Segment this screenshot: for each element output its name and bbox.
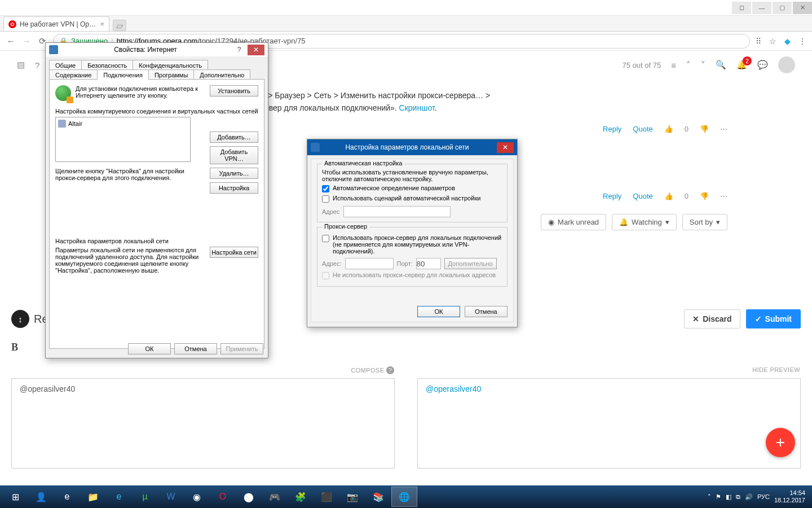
tab-content[interactable]: Содержание bbox=[49, 69, 98, 80]
taskbar-ie[interactable]: e bbox=[54, 487, 80, 507]
collapse-icon[interactable]: ↕ bbox=[11, 310, 29, 328]
maximize-button[interactable]: ▢ bbox=[773, 2, 792, 14]
tray-icon[interactable]: ◧ bbox=[726, 493, 731, 501]
taskbar-opera[interactable]: O bbox=[210, 487, 236, 507]
install-button[interactable]: Установить bbox=[210, 85, 258, 97]
discard-button[interactable]: ✕ Discard bbox=[684, 309, 740, 329]
taskbar-utorrent[interactable]: µ bbox=[132, 487, 158, 507]
add-vpn-button[interactable]: Добавить VPN… bbox=[210, 146, 258, 164]
tab-general[interactable]: Общие bbox=[49, 60, 82, 70]
taskbar-word[interactable]: W bbox=[158, 487, 184, 507]
mark-unread-button[interactable]: ◉ Mark unread bbox=[541, 214, 606, 230]
bold-button[interactable]: B bbox=[11, 341, 18, 353]
bell-icon[interactable]: 🔔2 bbox=[736, 60, 747, 70]
taskbar-app3[interactable]: 🧩 bbox=[288, 487, 314, 507]
taskbar-app[interactable]: 👤 bbox=[28, 487, 54, 507]
chevron-down-icon[interactable]: ˅ bbox=[701, 60, 705, 70]
taskbar-winrar[interactable]: 📚 bbox=[365, 487, 391, 507]
dialog-titlebar[interactable]: Настройка параметров локальной сети ✕ bbox=[307, 139, 517, 155]
compose-textarea[interactable]: COMPOSE ? @operasilver40 bbox=[11, 378, 395, 468]
chat-icon[interactable]: 💬 bbox=[757, 60, 768, 70]
sort-button[interactable]: Sort by ▾ bbox=[682, 214, 727, 230]
add-button[interactable]: Добавить… bbox=[210, 132, 258, 143]
extension-icon[interactable]: ◆ bbox=[784, 37, 791, 46]
system-tray: ˄ ⚑ ◧ ⧉ 🔊 РУС 14:5418.12.2017 bbox=[708, 489, 810, 504]
browser-tab[interactable]: O Не работает VPN | Opera × bbox=[3, 16, 109, 31]
more-icon[interactable]: ⋯ bbox=[720, 191, 727, 203]
menu-icon[interactable]: ⋮ bbox=[798, 37, 806, 46]
more-icon[interactable]: ⋯ bbox=[720, 124, 727, 135]
tab-connections[interactable]: Подключения bbox=[97, 69, 149, 80]
translate-icon[interactable]: ⠿ bbox=[756, 37, 761, 46]
taskbar-obs[interactable]: ⬤ bbox=[236, 487, 262, 507]
start-button[interactable]: ⊞ bbox=[2, 487, 28, 507]
taskbar-app4[interactable]: 📷 bbox=[339, 487, 365, 507]
dialog-titlebar[interactable]: Свойства: Интернет ? ✕ bbox=[46, 43, 268, 56]
connections-listbox[interactable]: Altair bbox=[55, 117, 191, 162]
tray-icon[interactable]: ⚑ bbox=[716, 493, 721, 501]
apply-button[interactable]: Применить bbox=[220, 343, 263, 354]
close-button[interactable]: ✕ bbox=[497, 142, 514, 153]
use-script-checkbox[interactable]: Использовать сценарий автоматической нас… bbox=[322, 195, 502, 203]
jump-top-icon[interactable]: ≡ bbox=[671, 60, 676, 70]
taskbar-app2[interactable]: 🎮 bbox=[262, 487, 288, 507]
quote-link[interactable]: Quote bbox=[633, 191, 652, 203]
tab-close-icon[interactable]: × bbox=[100, 20, 104, 28]
tray-volume-icon[interactable]: 🔊 bbox=[745, 493, 753, 501]
help-button[interactable]: ? bbox=[233, 46, 245, 54]
delete-button[interactable]: Удалить… bbox=[210, 168, 258, 179]
back-button[interactable]: ← bbox=[6, 36, 16, 46]
cancel-button[interactable]: Отмена bbox=[174, 343, 217, 354]
watching-button[interactable]: 🔔 Watching ▾ bbox=[612, 214, 677, 230]
browser-tab-strip: O Не работает VPN | Opera × ▱ bbox=[0, 16, 812, 32]
search-icon[interactable]: 🔍 bbox=[716, 60, 726, 70]
avatar[interactable] bbox=[778, 56, 795, 73]
reply-link[interactable]: Reply bbox=[603, 124, 621, 135]
reply-link[interactable]: Reply bbox=[603, 191, 621, 203]
help-icon[interactable]: ? bbox=[386, 366, 394, 374]
auto-detect-checkbox[interactable]: Автоматическое определение параметров bbox=[322, 185, 502, 192]
thumbs-up-icon[interactable]: 👍 bbox=[664, 124, 673, 135]
new-post-fab[interactable]: + bbox=[766, 428, 795, 457]
tab-security[interactable]: Безопасность bbox=[81, 60, 133, 70]
ok-button[interactable]: ОК bbox=[128, 343, 171, 354]
advanced-button[interactable]: Дополнительно bbox=[444, 258, 497, 269]
thumbs-down-icon[interactable]: 👎 bbox=[700, 124, 709, 135]
taskbar-explorer[interactable]: 📁 bbox=[80, 487, 106, 507]
thumbs-up-icon[interactable]: 👍 bbox=[664, 191, 673, 203]
tab-advanced[interactable]: Дополнительно bbox=[193, 69, 250, 80]
thumbs-down-icon[interactable]: 👎 bbox=[700, 191, 709, 203]
bookmark-star-icon[interactable]: ☆ bbox=[769, 37, 776, 46]
book-icon[interactable]: ▤ bbox=[17, 60, 25, 70]
dialog-title: Свойства: Интернет bbox=[58, 46, 233, 54]
minimize-button[interactable]: — bbox=[752, 2, 771, 14]
close-button[interactable]: ✕ bbox=[248, 45, 264, 55]
connection-item[interactable]: Altair bbox=[58, 120, 188, 128]
tray-lang[interactable]: РУС bbox=[757, 493, 770, 500]
tab-privacy[interactable]: Конфиденциальность bbox=[133, 60, 208, 70]
ok-button[interactable]: ОК bbox=[417, 306, 460, 317]
quote-link[interactable]: Quote bbox=[633, 124, 652, 135]
hide-preview-button[interactable]: HIDE PREVIEW bbox=[752, 366, 800, 373]
use-proxy-checkbox[interactable]: Использовать прокси-сервер для локальных… bbox=[322, 234, 502, 255]
taskbar-chrome[interactable]: ◉ bbox=[184, 487, 210, 507]
tray-up-icon[interactable]: ˄ bbox=[708, 493, 711, 501]
profile-icon[interactable]: ◻ bbox=[732, 2, 751, 14]
tray-network-icon[interactable]: ⧉ bbox=[736, 493, 740, 501]
submit-button[interactable]: ✓ Submit bbox=[746, 309, 801, 329]
help-icon[interactable]: ? bbox=[35, 60, 39, 70]
mention-link[interactable]: @operasilver40 bbox=[426, 384, 481, 393]
chevron-up-icon[interactable]: ˄ bbox=[686, 60, 691, 70]
taskbar-edge[interactable]: e bbox=[106, 487, 132, 507]
tab-programs[interactable]: Программы bbox=[148, 69, 194, 80]
taskbar-minecraft[interactable]: ⬛ bbox=[314, 487, 339, 507]
new-tab-button[interactable]: ▱ bbox=[113, 20, 126, 31]
forward-button[interactable]: → bbox=[21, 36, 32, 46]
taskbar-active-window[interactable]: 🌐 bbox=[391, 487, 417, 507]
lan-settings-button[interactable]: Настройка сети bbox=[210, 247, 258, 258]
cancel-button[interactable]: Отмена bbox=[465, 306, 508, 317]
screenshot-link[interactable]: Скриншот bbox=[399, 103, 435, 112]
tray-clock[interactable]: 14:5418.12.2017 bbox=[774, 489, 805, 504]
window-close-button[interactable]: ✕ bbox=[793, 2, 812, 14]
settings-button[interactable]: Настройка bbox=[210, 182, 258, 194]
